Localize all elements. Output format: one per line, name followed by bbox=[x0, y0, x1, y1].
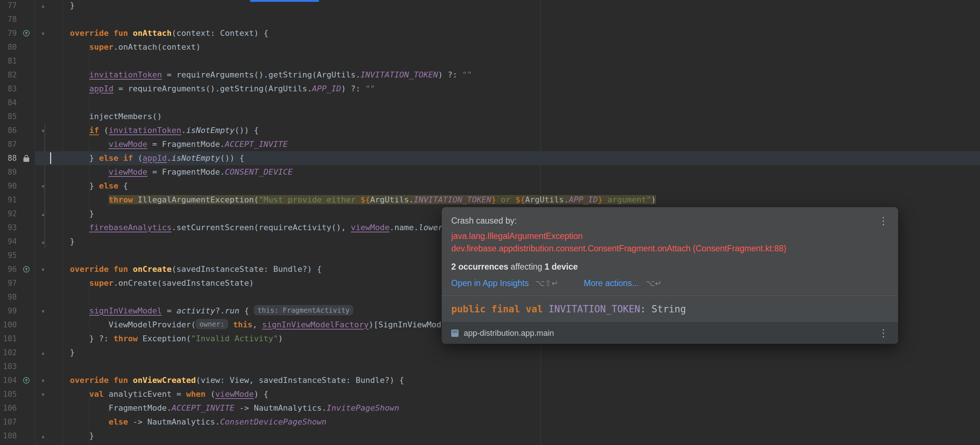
code-text[interactable]: val analyticEvent = when (viewMode) { bbox=[62, 387, 980, 401]
fold-marker[interactable]: ▾ bbox=[36, 179, 62, 193]
fold-marker[interactable]: ▾ bbox=[36, 26, 62, 40]
code-line[interactable]: 102▴} bbox=[0, 345, 980, 359]
line-number[interactable]: 89 bbox=[0, 165, 17, 179]
line-number[interactable]: 93 bbox=[0, 221, 17, 234]
fold-marker[interactable]: ▾ bbox=[36, 374, 62, 387]
fold-marker[interactable]: ▾ bbox=[36, 262, 62, 276]
fold-marker[interactable]: ▾ bbox=[36, 387, 62, 401]
code-text[interactable]: firebaseAnalytics.logEvent(analyticEvent… bbox=[62, 443, 980, 445]
line-number[interactable]: 77 bbox=[0, 0, 17, 13]
code-line[interactable]: 107 else -> NautmAnalytics.ConsentDevice… bbox=[0, 415, 980, 429]
line-number[interactable]: 86 bbox=[0, 124, 17, 137]
code-line[interactable]: 84 bbox=[0, 96, 980, 109]
code-line[interactable]: 86▾ if (invitationToken.isNotEmpty()) { bbox=[0, 124, 980, 137]
line-number[interactable]: 78 bbox=[0, 13, 17, 26]
line-number[interactable]: 92 bbox=[0, 207, 17, 221]
line-number[interactable]: 103 bbox=[0, 359, 17, 374]
overriding-method-icon[interactable] bbox=[17, 262, 36, 276]
line-number[interactable]: 81 bbox=[0, 54, 17, 68]
more-options-icon[interactable]: ⋮ bbox=[878, 216, 889, 226]
line-number[interactable]: 87 bbox=[0, 137, 17, 151]
active-tab-indicator[interactable] bbox=[250, 0, 319, 2]
line-number[interactable]: 98 bbox=[0, 290, 17, 304]
line-number[interactable]: 90 bbox=[0, 179, 17, 193]
code-line[interactable]: 106 FragmentMode.ACCEPT_INVITE -> NautmA… bbox=[0, 401, 980, 415]
line-number[interactable]: 109 bbox=[0, 443, 17, 445]
code-text[interactable]: override fun onViewCreated(view: View, s… bbox=[62, 374, 980, 387]
line-number[interactable]: 102 bbox=[0, 345, 17, 359]
line-number[interactable]: 82 bbox=[0, 68, 17, 82]
code-line[interactable]: 83 appId = requireArguments().getString(… bbox=[0, 82, 980, 96]
line-number[interactable]: 84 bbox=[0, 96, 17, 109]
code-line[interactable]: 82 invitationToken = requireArguments().… bbox=[0, 68, 980, 82]
fold-marker[interactable]: ▾ bbox=[36, 304, 62, 318]
code-line[interactable]: 88 } else if (appId.isNotEmpty()) { bbox=[0, 151, 980, 165]
code-line[interactable]: 109 firebaseAnalytics.logEvent(analyticE… bbox=[0, 443, 980, 445]
code-line[interactable]: 105▾ val analyticEvent = when (viewMode)… bbox=[0, 387, 980, 401]
code-text[interactable]: injectMembers() bbox=[62, 109, 980, 124]
module-more-options-icon[interactable]: ⋮ bbox=[878, 328, 889, 338]
line-number[interactable]: 80 bbox=[0, 40, 17, 54]
line-number[interactable]: 91 bbox=[0, 193, 17, 207]
code-text[interactable] bbox=[62, 359, 980, 374]
code-text[interactable]: appId = requireArguments().getString(Arg… bbox=[62, 82, 980, 96]
more-actions-link[interactable]: More actions... bbox=[584, 279, 639, 288]
code-text[interactable]: } bbox=[62, 0, 980, 13]
fold-marker[interactable]: ▴ bbox=[36, 345, 62, 359]
line-number[interactable]: 85 bbox=[0, 109, 17, 124]
code-line[interactable]: 108▴ } bbox=[0, 429, 980, 443]
line-number[interactable]: 99 bbox=[0, 304, 17, 318]
fold-marker[interactable]: ▴ bbox=[36, 0, 62, 13]
line-number[interactable]: 101 bbox=[0, 332, 17, 345]
code-line[interactable]: 104▾override fun onViewCreated(view: Vie… bbox=[0, 374, 980, 387]
fold-marker[interactable]: ▴ bbox=[36, 207, 62, 221]
open-in-app-insights-link[interactable]: Open in App Insights bbox=[451, 279, 529, 288]
code-line[interactable]: 103 bbox=[0, 359, 980, 374]
exception-location[interactable]: dev.firebase.appdistribution.consent.Con… bbox=[451, 242, 889, 255]
code-text[interactable]: } bbox=[62, 345, 980, 359]
overriding-method-icon[interactable] bbox=[17, 374, 36, 387]
code-line[interactable]: 89 viewMode = FragmentMode.CONSENT_DEVIC… bbox=[0, 165, 980, 179]
code-line[interactable]: 80 super.onAttach(context) bbox=[0, 40, 980, 54]
code-line[interactable]: 90▾ } else { bbox=[0, 179, 980, 193]
line-number[interactable]: 107 bbox=[0, 415, 17, 429]
code-text[interactable]: viewMode = FragmentMode.ACCEPT_INVITE bbox=[62, 137, 980, 151]
fold-marker[interactable]: ▴ bbox=[36, 429, 62, 443]
code-line[interactable]: 87 viewMode = FragmentMode.ACCEPT_INVITE bbox=[0, 137, 980, 151]
code-text[interactable]: super.onAttach(context) bbox=[62, 40, 980, 54]
code-line[interactable]: 79▾override fun onAttach(context: Contex… bbox=[0, 26, 980, 40]
line-number[interactable]: 83 bbox=[0, 82, 17, 96]
line-number[interactable]: 96 bbox=[0, 262, 17, 276]
code-line[interactable]: 78 bbox=[0, 13, 980, 26]
code-text[interactable]: override fun onAttach(context: Context) … bbox=[62, 26, 980, 40]
code-line[interactable]: 81 bbox=[0, 54, 980, 68]
fold-marker[interactable]: ▾ bbox=[36, 124, 62, 137]
code-text[interactable]: if (invitationToken.isNotEmpty()) { bbox=[62, 124, 980, 137]
code-text[interactable] bbox=[62, 54, 980, 68]
code-text[interactable]: viewMode = FragmentMode.CONSENT_DEVICE bbox=[62, 165, 980, 179]
code-text[interactable] bbox=[62, 96, 980, 109]
code-text[interactable] bbox=[62, 13, 980, 26]
code-text[interactable]: } else if (appId.isNotEmpty()) { bbox=[62, 151, 980, 165]
code-text[interactable]: } bbox=[62, 429, 980, 443]
line-number[interactable]: 79 bbox=[0, 26, 17, 40]
code-line[interactable]: 77▴} bbox=[0, 0, 980, 13]
line-number[interactable]: 94 bbox=[0, 234, 17, 249]
code-text[interactable]: } else { bbox=[62, 179, 980, 193]
overriding-method-icon[interactable] bbox=[17, 26, 36, 40]
code-text[interactable]: FragmentMode.ACCEPT_INVITE -> NautmAnaly… bbox=[62, 401, 980, 415]
line-number[interactable]: 95 bbox=[0, 249, 17, 262]
code-text[interactable]: invitationToken = requireArguments().get… bbox=[62, 68, 980, 82]
line-number[interactable]: 97 bbox=[0, 276, 17, 290]
line-number[interactable]: 106 bbox=[0, 401, 17, 415]
line-number[interactable]: 105 bbox=[0, 387, 17, 401]
line-number[interactable]: 88 bbox=[0, 151, 17, 165]
fold-marker[interactable]: ▴ bbox=[36, 234, 62, 249]
code-line[interactable]: 85 injectMembers() bbox=[0, 109, 980, 124]
line-number[interactable]: 108 bbox=[0, 429, 17, 443]
code-text[interactable]: else -> NautmAnalytics.ConsentDevicePage… bbox=[62, 415, 980, 429]
line-number[interactable]: 104 bbox=[0, 374, 17, 387]
code-line[interactable]: 91 throw IllegalArgumentException("Must … bbox=[0, 193, 980, 207]
line-number[interactable]: 100 bbox=[0, 318, 17, 332]
code-text[interactable]: throw IllegalArgumentException("Must pro… bbox=[62, 193, 980, 207]
